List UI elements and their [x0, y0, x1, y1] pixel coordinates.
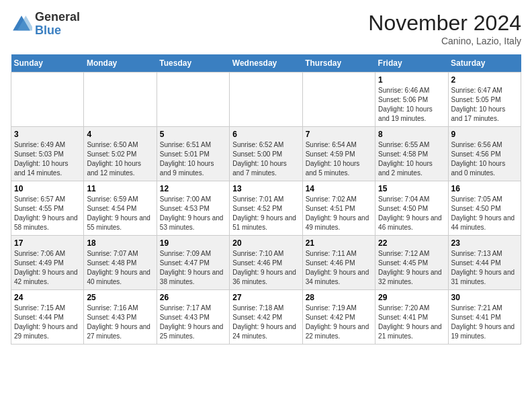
calendar-cell: 6Sunrise: 6:52 AM Sunset: 5:00 PM Daylig… — [230, 127, 302, 181]
day-info: Sunrise: 7:18 AM Sunset: 4:42 PM Dayligh… — [232, 304, 299, 341]
calendar-cell: 12Sunrise: 7:00 AM Sunset: 4:53 PM Dayli… — [157, 181, 229, 236]
day-info: Sunrise: 6:54 AM Sunset: 4:59 PM Dayligh… — [306, 140, 372, 178]
day-number: 2 — [451, 75, 518, 85]
calendar-table: SundayMondayTuesdayWednesdayThursdayFrid… — [11, 54, 521, 345]
day-number: 3 — [14, 130, 81, 139]
weekday-header-saturday: Saturday — [448, 54, 521, 73]
day-number: 23 — [451, 238, 518, 248]
calendar-cell: 5Sunrise: 6:51 AM Sunset: 5:01 PM Daylig… — [157, 127, 229, 181]
calendar-cell: 8Sunrise: 6:55 AM Sunset: 4:58 PM Daylig… — [375, 127, 448, 181]
day-info: Sunrise: 6:56 AM Sunset: 4:56 PM Dayligh… — [451, 140, 518, 178]
calendar-cell: 26Sunrise: 7:17 AM Sunset: 4:43 PM Dayli… — [157, 290, 229, 345]
day-info: Sunrise: 6:57 AM Sunset: 4:55 PM Dayligh… — [14, 195, 81, 232]
day-number: 25 — [87, 293, 153, 302]
calendar-cell: 20Sunrise: 7:10 AM Sunset: 4:46 PM Dayli… — [230, 236, 302, 290]
day-number: 24 — [14, 293, 81, 302]
day-info: Sunrise: 7:15 AM Sunset: 4:44 PM Dayligh… — [14, 304, 81, 341]
day-number: 16 — [451, 184, 518, 193]
day-info: Sunrise: 6:55 AM Sunset: 4:58 PM Dayligh… — [378, 140, 445, 178]
logo: General Blue — [11, 11, 80, 38]
calendar-cell: 24Sunrise: 7:15 AM Sunset: 4:44 PM Dayli… — [11, 290, 84, 345]
logo-text: General Blue — [35, 11, 80, 38]
day-number: 18 — [87, 238, 153, 248]
calendar-week-1: 1Sunrise: 6:46 AM Sunset: 5:06 PM Daylig… — [11, 73, 521, 127]
logo-icon — [11, 13, 32, 35]
day-info: Sunrise: 7:09 AM Sunset: 4:47 PM Dayligh… — [160, 249, 226, 287]
day-info: Sunrise: 6:49 AM Sunset: 5:03 PM Dayligh… — [14, 140, 81, 178]
day-number: 27 — [232, 293, 299, 302]
calendar-week-5: 24Sunrise: 7:15 AM Sunset: 4:44 PM Dayli… — [11, 290, 521, 345]
calendar-cell: 14Sunrise: 7:02 AM Sunset: 4:51 PM Dayli… — [302, 181, 375, 236]
day-info: Sunrise: 7:05 AM Sunset: 4:50 PM Dayligh… — [451, 195, 518, 232]
calendar-cell: 28Sunrise: 7:19 AM Sunset: 4:42 PM Dayli… — [302, 290, 375, 345]
calendar-cell: 3Sunrise: 6:49 AM Sunset: 5:03 PM Daylig… — [11, 127, 84, 181]
day-info: Sunrise: 7:01 AM Sunset: 4:52 PM Dayligh… — [232, 195, 299, 232]
day-number: 5 — [160, 130, 226, 139]
calendar-cell: 10Sunrise: 6:57 AM Sunset: 4:55 PM Dayli… — [11, 181, 84, 236]
day-info: Sunrise: 7:06 AM Sunset: 4:49 PM Dayligh… — [14, 249, 81, 287]
calendar-cell: 29Sunrise: 7:20 AM Sunset: 4:41 PM Dayli… — [375, 290, 448, 345]
calendar-cell: 15Sunrise: 7:04 AM Sunset: 4:50 PM Dayli… — [375, 181, 448, 236]
calendar-cell: 2Sunrise: 6:47 AM Sunset: 5:05 PM Daylig… — [448, 73, 521, 127]
weekday-header-row: SundayMondayTuesdayWednesdayThursdayFrid… — [11, 54, 521, 73]
calendar-cell: 13Sunrise: 7:01 AM Sunset: 4:52 PM Dayli… — [230, 181, 302, 236]
day-number: 30 — [451, 293, 518, 302]
month-title: November 2024 — [368, 11, 521, 36]
day-info: Sunrise: 7:16 AM Sunset: 4:43 PM Dayligh… — [87, 304, 153, 341]
day-number: 21 — [306, 238, 372, 248]
calendar-cell: 18Sunrise: 7:07 AM Sunset: 4:48 PM Dayli… — [84, 236, 157, 290]
day-number: 22 — [378, 238, 445, 248]
day-number: 9 — [451, 130, 518, 139]
day-info: Sunrise: 7:21 AM Sunset: 4:41 PM Dayligh… — [451, 304, 518, 341]
title-area: November 2024 Canino, Lazio, Italy — [368, 11, 521, 46]
day-number: 26 — [160, 293, 226, 302]
day-number: 20 — [232, 238, 299, 248]
calendar-cell — [302, 73, 375, 127]
page-header: General Blue November 2024 Canino, Lazio… — [11, 11, 521, 46]
calendar-cell — [157, 73, 229, 127]
day-number: 13 — [232, 184, 299, 193]
calendar-week-2: 3Sunrise: 6:49 AM Sunset: 5:03 PM Daylig… — [11, 127, 521, 181]
calendar-cell: 23Sunrise: 7:13 AM Sunset: 4:44 PM Dayli… — [448, 236, 521, 290]
day-number: 28 — [306, 293, 372, 302]
calendar-week-3: 10Sunrise: 6:57 AM Sunset: 4:55 PM Dayli… — [11, 181, 521, 236]
day-info: Sunrise: 6:59 AM Sunset: 4:54 PM Dayligh… — [87, 195, 153, 232]
day-info: Sunrise: 7:07 AM Sunset: 4:48 PM Dayligh… — [87, 249, 153, 287]
calendar-cell: 17Sunrise: 7:06 AM Sunset: 4:49 PM Dayli… — [11, 236, 84, 290]
day-info: Sunrise: 7:13 AM Sunset: 4:44 PM Dayligh… — [451, 249, 518, 287]
weekday-header-wednesday: Wednesday — [230, 54, 302, 73]
calendar-cell: 11Sunrise: 6:59 AM Sunset: 4:54 PM Dayli… — [84, 181, 157, 236]
day-info: Sunrise: 6:50 AM Sunset: 5:02 PM Dayligh… — [87, 140, 153, 178]
calendar-week-4: 17Sunrise: 7:06 AM Sunset: 4:49 PM Dayli… — [11, 236, 521, 290]
day-info: Sunrise: 7:17 AM Sunset: 4:43 PM Dayligh… — [160, 304, 226, 341]
weekday-header-friday: Friday — [375, 54, 448, 73]
logo-general: General — [35, 11, 80, 24]
day-number: 29 — [378, 293, 445, 302]
calendar-cell: 21Sunrise: 7:11 AM Sunset: 4:46 PM Dayli… — [302, 236, 375, 290]
day-number: 8 — [378, 130, 445, 139]
day-info: Sunrise: 6:47 AM Sunset: 5:05 PM Dayligh… — [451, 86, 518, 124]
day-number: 7 — [306, 130, 372, 139]
day-info: Sunrise: 7:10 AM Sunset: 4:46 PM Dayligh… — [232, 249, 299, 287]
day-info: Sunrise: 7:20 AM Sunset: 4:41 PM Dayligh… — [378, 304, 445, 341]
day-number: 12 — [160, 184, 226, 193]
calendar-cell: 4Sunrise: 6:50 AM Sunset: 5:02 PM Daylig… — [84, 127, 157, 181]
calendar-cell — [11, 73, 84, 127]
day-info: Sunrise: 6:52 AM Sunset: 5:00 PM Dayligh… — [232, 140, 299, 178]
calendar-cell: 27Sunrise: 7:18 AM Sunset: 4:42 PM Dayli… — [230, 290, 302, 345]
location: Canino, Lazio, Italy — [368, 36, 521, 46]
day-number: 4 — [87, 130, 153, 139]
calendar-cell: 19Sunrise: 7:09 AM Sunset: 4:47 PM Dayli… — [157, 236, 229, 290]
logo-blue: Blue — [35, 24, 80, 38]
day-number: 10 — [14, 184, 81, 193]
calendar-cell — [230, 73, 302, 127]
day-info: Sunrise: 7:02 AM Sunset: 4:51 PM Dayligh… — [306, 195, 372, 232]
day-info: Sunrise: 6:51 AM Sunset: 5:01 PM Dayligh… — [160, 140, 226, 178]
day-number: 17 — [14, 238, 81, 248]
day-number: 1 — [378, 75, 445, 85]
day-info: Sunrise: 7:11 AM Sunset: 4:46 PM Dayligh… — [306, 249, 372, 287]
calendar-cell: 1Sunrise: 6:46 AM Sunset: 5:06 PM Daylig… — [375, 73, 448, 127]
day-info: Sunrise: 7:04 AM Sunset: 4:50 PM Dayligh… — [378, 195, 445, 232]
weekday-header-monday: Monday — [84, 54, 157, 73]
calendar-cell — [84, 73, 157, 127]
